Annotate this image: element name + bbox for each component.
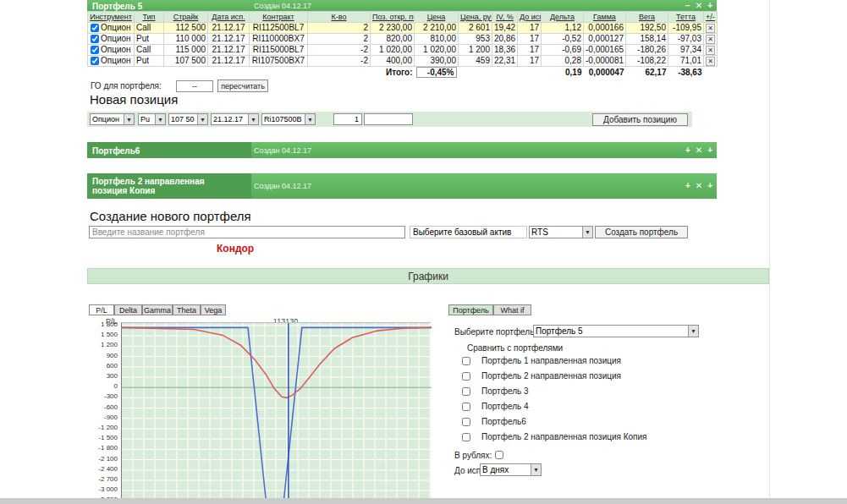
col-header-expdate[interactable]: Дата исп. xyxy=(208,12,250,23)
close-icon[interactable]: ✕ xyxy=(696,146,702,155)
delete-position-button[interactable]: ✕ xyxy=(706,57,715,66)
cell-qty: 2 xyxy=(308,23,371,34)
cell-theta: -97,03 xyxy=(668,34,704,45)
contract-select[interactable]: Ri107500B▼ xyxy=(261,113,316,125)
delete-position-button[interactable]: ✕ xyxy=(706,24,715,33)
tab-theta[interactable]: Theta xyxy=(173,304,201,315)
col-header-gamma[interactable]: Гамма xyxy=(584,12,626,23)
table-header-row: Инструмент Тип Страйк Дата исп. Контракт… xyxy=(88,12,718,23)
totals-row: Итого: -0,45% 0,19 0,000047 62,17 -38,63 xyxy=(88,67,718,79)
y-tick-label: -2 100 xyxy=(89,455,118,463)
chevron-down-icon: ▼ xyxy=(155,114,165,124)
cell-instrument: Опцион xyxy=(101,23,131,32)
chevron-down-icon: ▼ xyxy=(305,114,315,124)
compare-checkbox[interactable] xyxy=(462,357,470,365)
cell-vega: 158,14 xyxy=(626,34,668,45)
expand-icon[interactable]: + xyxy=(685,182,690,190)
cell-type: Call xyxy=(135,45,164,56)
row-checkbox[interactable] xyxy=(91,57,99,65)
col-header-vega[interactable]: Вега xyxy=(626,12,668,23)
cell-open-at: 400,00 xyxy=(371,56,415,67)
tab-portfolio[interactable]: Портфель xyxy=(448,304,493,315)
col-header-strike[interactable]: Страйк xyxy=(164,12,208,23)
recalculate-button[interactable]: пересчитать xyxy=(217,79,268,92)
col-header-price[interactable]: Цена xyxy=(415,12,459,23)
compare-checkbox[interactable] xyxy=(462,372,470,381)
cell-open-at: 820,00 xyxy=(371,34,415,45)
y-tick-label: -2 700 xyxy=(89,475,118,483)
row-checkbox[interactable] xyxy=(91,46,99,54)
compare-option-label: Портфель6 xyxy=(481,417,526,426)
close-icon[interactable]: ✕ xyxy=(696,2,702,10)
add-icon[interactable]: + xyxy=(707,2,712,10)
strike-select[interactable]: 107 50▼ xyxy=(168,113,208,125)
add-icon[interactable]: + xyxy=(707,182,712,190)
col-header-iv[interactable]: IV, % xyxy=(492,12,518,23)
list-item: Портфель 2 направленная позиция Копия xyxy=(461,432,647,441)
totals-percent: -0,45% xyxy=(416,67,457,78)
cell-iv: 20,86 xyxy=(492,34,518,45)
col-header-open-at[interactable]: Поз. откр. по xyxy=(371,12,415,23)
list-item: Портфель6 xyxy=(461,417,526,426)
instrument-select[interactable]: Опцион▼ xyxy=(90,113,135,125)
expand-icon[interactable]: + xyxy=(685,146,690,155)
col-header-contract[interactable]: Контракт xyxy=(250,12,308,23)
compare-checkbox[interactable] xyxy=(462,403,470,411)
page-bottom-edge xyxy=(0,498,847,504)
col-header-type[interactable]: Тип xyxy=(135,12,164,23)
col-header-delta[interactable]: Дельта xyxy=(542,12,584,23)
cell-qty: 2 xyxy=(308,34,371,45)
col-header-theta[interactable]: Тетта xyxy=(668,12,704,23)
tab-delta[interactable]: Delta xyxy=(114,304,142,315)
tab-pl[interactable]: P/L xyxy=(89,304,114,315)
row-checkbox[interactable] xyxy=(91,24,99,32)
compare-checkbox[interactable] xyxy=(462,418,470,426)
cell-days: 17 xyxy=(518,56,542,67)
cell-iv: 22,31 xyxy=(492,56,518,67)
y-tick-label: -1 500 xyxy=(89,434,118,441)
tab-what-if[interactable]: What if xyxy=(493,304,531,315)
cell-vega: -180,26 xyxy=(626,45,668,56)
create-portfolio-title: Создание нового портфеля xyxy=(90,209,251,223)
option-type-select[interactable]: Pu▼ xyxy=(138,113,166,125)
tab-vega[interactable]: Vega xyxy=(201,304,226,315)
col-header-instrument[interactable]: Инструмент xyxy=(88,12,135,23)
col-header-qty[interactable]: К-во xyxy=(308,12,371,23)
close-icon[interactable]: ✕ xyxy=(696,182,702,190)
portfolio-select[interactable]: Портфель 5▼ xyxy=(533,325,699,337)
add-icon[interactable]: + xyxy=(707,146,712,155)
base-asset-select[interactable]: RTS▼ xyxy=(529,226,593,238)
cell-qty: -2 xyxy=(308,56,371,67)
portfolio-app-page: Портфель 5 Создан 04.12.17 − ✕ + Инструм… xyxy=(0,0,847,504)
delete-position-button[interactable]: ✕ xyxy=(706,46,715,55)
days-mode-select[interactable]: В днях▼ xyxy=(480,463,542,476)
compare-checkbox[interactable] xyxy=(462,433,470,441)
create-portfolio-button[interactable]: Создать портфель xyxy=(595,226,688,238)
cell-price: 390,00 xyxy=(415,56,459,67)
compare-option-label: Портфель 2 направленная позиция Копия xyxy=(481,432,647,441)
tab-gamma[interactable]: Gamma xyxy=(142,304,173,315)
cell-delta: -0,52 xyxy=(542,34,584,45)
rubles-checkbox[interactable] xyxy=(495,451,503,459)
add-position-button[interactable]: Добавить позицию xyxy=(592,113,688,126)
y-tick-label: 600 xyxy=(89,362,118,370)
col-header-price-rub[interactable]: Цена, руб. xyxy=(459,12,492,23)
col-header-days[interactable]: До исп. xyxy=(518,12,542,23)
price-field[interactable] xyxy=(364,113,413,125)
delete-position-button[interactable]: ✕ xyxy=(706,35,715,44)
compare-checkbox[interactable] xyxy=(462,387,470,396)
quantity-field[interactable]: 1 xyxy=(333,113,362,125)
chevron-down-icon: ▼ xyxy=(197,114,207,124)
minimize-icon[interactable]: − xyxy=(685,2,690,10)
option-type-select-value: Pu xyxy=(139,114,155,124)
row-checkbox[interactable] xyxy=(91,35,99,43)
cell-delta: -0,69 xyxy=(542,45,584,56)
totals-gamma: 0,000047 xyxy=(584,67,626,79)
portfolio2-copy-created: Создан 04.12.17 xyxy=(254,182,311,190)
y-tick-label: -900 xyxy=(89,414,118,421)
cell-strike: 115 000 xyxy=(164,45,208,56)
cell-theta: 97,34 xyxy=(668,45,704,56)
portfolio-name-input[interactable] xyxy=(89,226,405,238)
expiry-date-select[interactable]: 21.12.17▼ xyxy=(211,113,259,125)
go-value-field[interactable]: -- xyxy=(176,80,213,92)
